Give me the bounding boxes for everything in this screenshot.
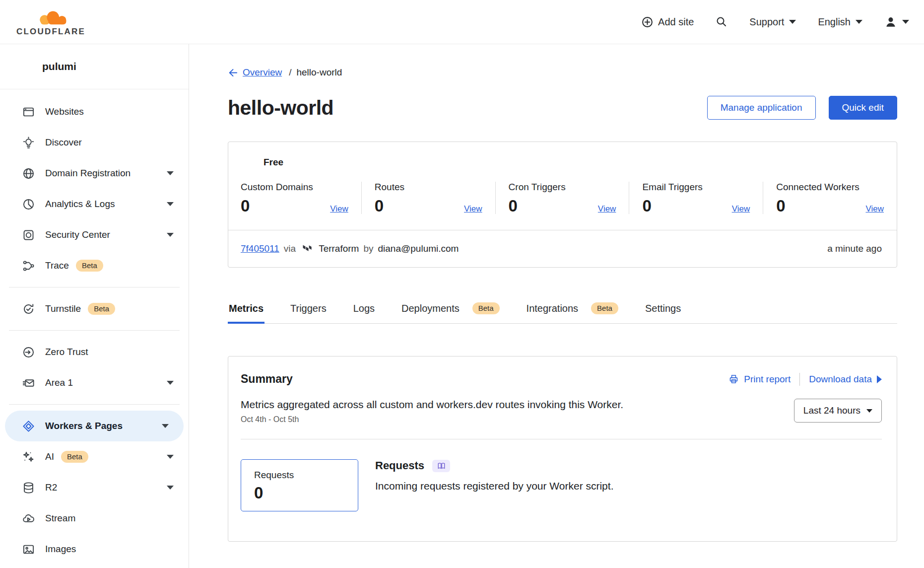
tab-label: Settings [645, 303, 681, 314]
tab-logs[interactable]: Logs [352, 296, 376, 324]
view-link[interactable]: View [732, 204, 750, 214]
via-label: via [284, 243, 296, 254]
sidebar-item-label: Area 1 [45, 377, 73, 388]
sidebar-item-stream[interactable]: Stream [0, 503, 189, 534]
chevron-down-icon [167, 455, 174, 459]
sidebar-item-websites[interactable]: Websites [0, 96, 189, 127]
tab-settings[interactable]: Settings [644, 296, 682, 324]
view-link[interactable]: View [464, 204, 482, 214]
tab-metrics[interactable]: Metrics [228, 296, 264, 324]
tile-value: 0 [254, 485, 345, 501]
lightbulb-icon [22, 136, 35, 149]
chevron-down-icon [167, 486, 174, 490]
globe-icon [22, 167, 35, 180]
sidebar-item-trace[interactable]: Trace Beta [0, 250, 189, 281]
print-report-link[interactable]: Print report [728, 374, 791, 385]
sidebar-item-ai[interactable]: AI Beta [0, 441, 189, 472]
stat-connected-workers: Connected Workers 0 View [763, 182, 897, 214]
sidebar-item-label: Turnstile [45, 303, 81, 314]
tab-label: Integrations [527, 303, 579, 314]
beta-badge: Beta [61, 451, 88, 463]
summary-actions: Print report Download data [728, 373, 882, 386]
arrow-left-icon [228, 68, 238, 78]
requests-section: Requests Incoming requests registered by… [375, 459, 613, 492]
sidebar-item-workers-pages[interactable]: Workers & Pages [5, 411, 184, 441]
security-badge-icon [22, 228, 35, 242]
page-title: hello-world [228, 96, 333, 120]
page-actions: Manage application Quick edit [707, 96, 897, 120]
stat-label: Email Triggers [642, 182, 750, 193]
stat-cron-triggers: Cron Triggers 0 View [495, 182, 629, 214]
tab-triggers[interactable]: Triggers [289, 296, 328, 324]
sidebar-item-analytics-logs[interactable]: Analytics & Logs [0, 189, 189, 219]
deployment-row: 7f405011 via Terraform by diana@pulumi.c… [228, 230, 897, 267]
docs-link-icon[interactable] [432, 460, 450, 472]
cloudflare-logo[interactable]: CLOUDFLARE [16, 7, 85, 37]
worker-overview-card: Free Custom Domains 0 View Routes 0 Vie [228, 142, 897, 268]
requests-metric-tile[interactable]: Requests 0 [241, 459, 358, 511]
view-link[interactable]: View [598, 204, 616, 214]
view-link[interactable]: View [330, 204, 348, 214]
summary-description: Metrics aggregated across all custom and… [241, 399, 623, 411]
manage-application-button[interactable]: Manage application [707, 96, 816, 120]
add-site-button[interactable]: Add site [642, 16, 694, 28]
sidebar-item-label: Analytics & Logs [45, 199, 115, 210]
account-name[interactable]: pulumi [0, 44, 189, 89]
stat-email-triggers: Email Triggers 0 View [629, 182, 763, 214]
account-menu[interactable] [884, 15, 909, 28]
sidebar-item-label: Workers & Pages [45, 421, 123, 431]
chevron-down-icon [167, 233, 174, 237]
tab-label: Logs [353, 303, 375, 314]
language-menu[interactable]: English [818, 16, 862, 28]
print-report-label: Print report [744, 374, 791, 385]
database-icon [22, 481, 35, 495]
quick-edit-button[interactable]: Quick edit [829, 96, 897, 120]
user-icon [884, 15, 897, 28]
turnstile-icon [22, 302, 35, 316]
tab-deployments[interactable]: Deployments Beta [400, 296, 501, 324]
sidebar-item-zero-trust[interactable]: Zero Trust [0, 337, 189, 367]
cloudflare-cloud-icon [29, 7, 73, 26]
sidebar-divider [9, 330, 180, 331]
tab-integrations[interactable]: Integrations Beta [526, 296, 619, 324]
sidebar-item-area-1[interactable]: Area 1 [0, 367, 189, 398]
vertical-divider [799, 373, 800, 386]
stat-custom-domains: Custom Domains 0 View [228, 182, 361, 214]
sidebar-item-label: Discover [45, 137, 82, 148]
stat-value: 0 [241, 198, 250, 214]
breadcrumb-overview-link[interactable]: Overview [228, 67, 282, 78]
sidebar-item-images[interactable]: Images [0, 534, 189, 565]
sidebar-item-discover[interactable]: Discover [0, 127, 189, 158]
sidebar-item-turnstile[interactable]: Turnstile Beta [0, 293, 189, 324]
sidebar-divider [9, 404, 180, 405]
time-range-value: Last 24 hours [803, 405, 860, 416]
beta-badge: Beta [88, 303, 115, 315]
sidebar-item-security-center[interactable]: Security Center [0, 219, 189, 250]
summary-text: Metrics aggregated across all custom and… [241, 399, 623, 424]
by-label: by [363, 243, 373, 254]
search-button[interactable] [716, 16, 727, 28]
view-link[interactable]: View [865, 204, 884, 214]
breadcrumb-current: hello-world [296, 67, 342, 78]
logo-wordmark: CLOUDFLARE [16, 27, 85, 37]
download-data-link[interactable]: Download data [809, 374, 882, 385]
commit-link[interactable]: 7f405011 [241, 243, 279, 254]
deploy-time: a minute ago [827, 243, 882, 254]
support-label: Support [749, 16, 784, 28]
plan-label: Free [228, 142, 897, 168]
search-icon [716, 16, 727, 28]
sidebar-item-r2[interactable]: R2 [0, 472, 189, 503]
tab-label: Triggers [290, 303, 327, 314]
email-icon [22, 376, 35, 390]
sidebar-item-label: Stream [45, 513, 75, 524]
stat-value: 0 [642, 198, 651, 214]
sidebar-item-label: Websites [45, 106, 84, 117]
chevron-down-icon [856, 20, 862, 24]
support-menu[interactable]: Support [749, 16, 796, 28]
time-range-dropdown[interactable]: Last 24 hours [794, 399, 882, 423]
sidebar-item-label: Domain Registration [45, 168, 131, 179]
deploy-author: diana@pulumi.com [378, 243, 459, 254]
beta-badge: Beta [472, 302, 500, 314]
sidebar-item-domain-registration[interactable]: Domain Registration [0, 158, 189, 189]
stat-value: 0 [375, 198, 384, 214]
